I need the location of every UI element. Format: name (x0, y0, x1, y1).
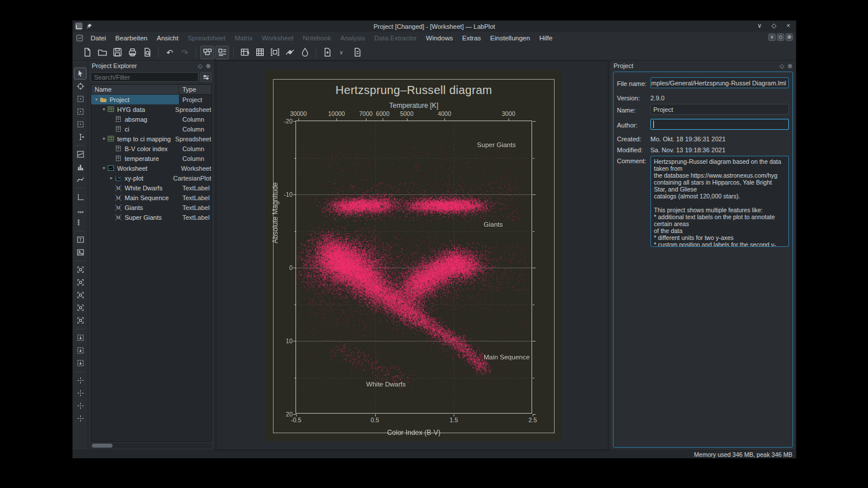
window-maximize-button[interactable]: ◇ (770, 22, 778, 29)
save-project-button[interactable] (110, 46, 124, 59)
open-project-button[interactable] (95, 46, 109, 59)
subwindow-icon[interactable] (76, 35, 83, 42)
mdi-close-button[interactable]: ⊗ (785, 33, 793, 41)
new-project-button[interactable] (80, 46, 94, 59)
undo-button[interactable]: ↶ (163, 46, 177, 59)
shift-down-y-button[interactable] (74, 400, 87, 412)
add-plot-curve-button[interactable] (74, 174, 87, 186)
worksheet-view[interactable]: Hertzsprung–Russell diagram Temperature … (216, 61, 608, 450)
menu-hilfe[interactable]: Hilfe (534, 33, 557, 43)
zoom-fit-height-button[interactable] (74, 344, 87, 356)
add-plot-four-axes-button[interactable] (74, 148, 87, 160)
mode-cursor-button[interactable] (74, 131, 87, 143)
mdi-shade-button[interactable]: ∨ (768, 33, 776, 41)
dock-close-icon[interactable]: ⊗ (788, 63, 792, 69)
new-worksheet-button[interactable] (320, 46, 334, 59)
tree-row-main-sequence[interactable]: MMain SequenceTextLabel (91, 193, 211, 202)
toggle-project-explorer-button[interactable] (200, 46, 214, 59)
color-theme-button[interactable] (298, 46, 312, 59)
add-plot-two-axes-button[interactable] (74, 161, 87, 173)
print-button[interactable] (125, 46, 139, 59)
scrollbar-thumb[interactable] (92, 444, 113, 448)
tree-row-project[interactable]: ▾ProjectProject (91, 95, 211, 104)
menu-bearbeiten[interactable]: Bearbeiten (111, 33, 152, 43)
author-field[interactable] (650, 119, 789, 130)
zoom-fit-width-button[interactable] (74, 332, 87, 344)
plot-annotation-main-sequence[interactable]: Main Sequence (466, 354, 547, 361)
zoom-fit-page-button[interactable] (74, 302, 87, 314)
menu-windows[interactable]: Windows (421, 33, 458, 43)
tree-row-white-dwarfs[interactable]: MWhite DwarfsTextLabel (91, 183, 211, 193)
zoom-origin-button[interactable] (74, 289, 87, 301)
toggle-properties-explorer-button[interactable] (215, 46, 229, 59)
plot-axes-box[interactable]: 300001000070006000500040003000-0.50.51.5… (295, 121, 532, 414)
menu-datei[interactable]: Datei (86, 33, 111, 43)
add-text-label-button[interactable]: T (74, 234, 87, 246)
tree-row-b-v-color-index[interactable]: B-V color indexColumn (91, 144, 211, 153)
horizontal-scrollbar[interactable] (91, 443, 212, 448)
add-custom-axis-button[interactable] (74, 216, 87, 228)
zoom-out-button[interactable] (74, 276, 87, 288)
tree-row-giants[interactable]: MGiantsTextLabel (91, 202, 211, 212)
zoom-in-button[interactable] (74, 264, 87, 276)
new-workbook-button[interactable] (268, 46, 282, 59)
chevron-down-icon[interactable]: ▾ (101, 166, 107, 171)
column-header-type[interactable]: Type (179, 85, 211, 94)
mode-select-button[interactable] (74, 67, 87, 80)
tree-row-super-giants[interactable]: MSuper GiantsTextLabel (91, 212, 211, 222)
new-datapicker-button[interactable] (283, 46, 297, 59)
filter-options-button[interactable] (200, 72, 212, 82)
menu-matrix: Matrix (230, 33, 257, 43)
shift-origin-button[interactable] (74, 412, 87, 425)
chevron-down-icon[interactable]: ▾ (93, 97, 99, 102)
dock-float-icon[interactable]: ◇ (780, 63, 784, 69)
tree-row-xy-plot[interactable]: ▸xy-plotCartesianPlot (91, 173, 211, 183)
chevron-right-icon[interactable]: ▸ (108, 175, 114, 181)
new-matrix-button[interactable] (253, 46, 267, 59)
shift-up-y-button[interactable] (74, 387, 87, 399)
search-input[interactable] (91, 72, 199, 82)
dock-close-icon[interactable]: ⊗ (206, 63, 211, 69)
tree-row-temperature[interactable]: temperatureColumn (91, 153, 211, 163)
mdi-restore-button[interactable]: ◇ (777, 33, 784, 41)
tree-row-hyg-data[interactable]: ▾HYG dataSpreadsheet (91, 104, 211, 114)
shift-left-x-button[interactable] (74, 357, 87, 369)
tree-row-temp-to-ci-mapping[interactable]: ▾temp to ci mappingSpreadsheet (91, 134, 211, 144)
plot-annotation-giants[interactable]: Giants (453, 221, 534, 228)
window-shade-button[interactable]: ∨ (755, 22, 764, 29)
menu-extras[interactable]: Extras (458, 33, 486, 43)
plot-annotation-white-dwarfs[interactable]: White Dwarfs (346, 381, 426, 388)
new-worksheet-dropdown[interactable]: ∨ (335, 46, 349, 59)
dock-float-icon[interactable]: ◇ (198, 63, 203, 69)
mode-zoom-select-button[interactable] (74, 93, 87, 105)
mode-zoom-x-select-button[interactable] (74, 106, 87, 118)
file-name-field[interactable]: lot/data/examples/General/Hertzsprung-Ru… (650, 77, 789, 88)
title-bar[interactable]: Project [Changed] - [Worksheet] — LabPlo… (73, 21, 796, 32)
name-field[interactable] (650, 104, 789, 115)
menu-ansicht[interactable]: Ansicht (152, 33, 183, 43)
shift-right-x-button[interactable] (74, 374, 87, 386)
tree-row-worksheet[interactable]: ▾WorksheetWorksheet (91, 163, 211, 173)
redo-button-glyph: ↷ (181, 48, 188, 57)
new-note-button[interactable] (350, 46, 364, 59)
tree-row-absmag[interactable]: absmagColumn (91, 114, 211, 124)
chevron-down-icon[interactable]: ▾ (101, 107, 107, 112)
menu-einstellungen[interactable]: Einstellungen (485, 33, 534, 43)
window-close-button[interactable]: × (784, 22, 792, 29)
mode-zoom-y-select-button[interactable] (74, 118, 87, 130)
xy-plot-area[interactable]: Hertzsprung–Russell diagram Temperature … (273, 79, 555, 433)
new-spreadsheet-button[interactable] (238, 46, 252, 59)
add-vertical-axis-button[interactable] (74, 204, 87, 216)
zoom-fit-selection-button[interactable] (74, 314, 87, 326)
chevron-down-icon[interactable]: ▾ (101, 136, 107, 141)
tree-header[interactable]: Name Type (91, 85, 211, 95)
print-preview-button[interactable] (140, 46, 154, 59)
plot-annotation-super-giants[interactable]: Super Giants (456, 141, 537, 148)
tree-row-ci[interactable]: ciColumn (91, 124, 211, 134)
comment-field[interactable]: Hertzsprung-Russel diagram based on the … (650, 156, 789, 247)
mode-crosshair-button[interactable] (74, 80, 87, 92)
add-image-button[interactable] (74, 246, 87, 258)
add-horizontal-axis-button[interactable] (74, 191, 87, 203)
column-header-name[interactable]: Name (91, 85, 179, 94)
worksheet-page[interactable]: Hertzsprung–Russell diagram Temperature … (265, 70, 562, 441)
